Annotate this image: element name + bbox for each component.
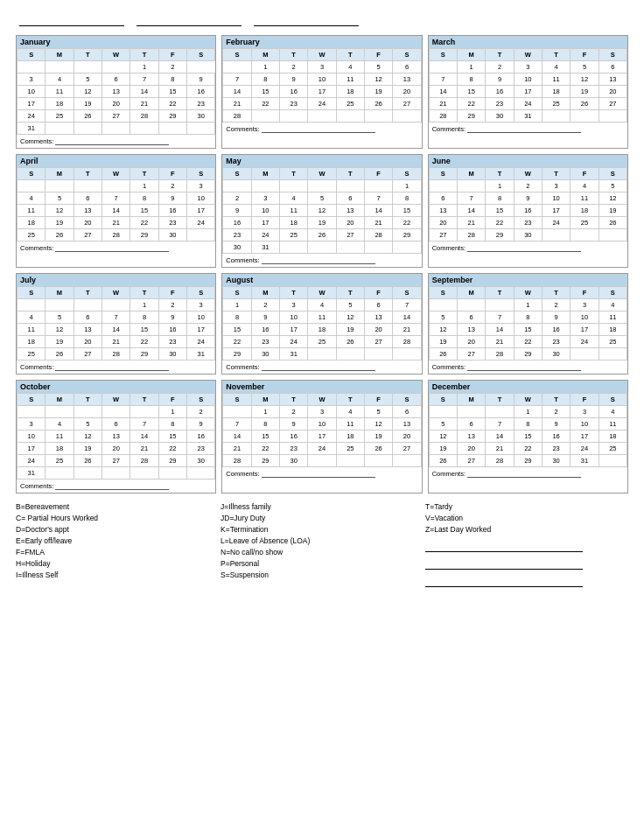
calendar-day[interactable]: 21 — [364, 217, 392, 229]
calendar-day[interactable]: 19 — [336, 324, 364, 336]
calendar-day[interactable]: 23 — [279, 98, 307, 110]
name-input-line[interactable] — [19, 16, 124, 26]
calendar-day[interactable]: 23 — [542, 443, 570, 455]
calendar-day[interactable]: 30 — [514, 229, 542, 242]
calendar-day[interactable]: 18 — [336, 430, 364, 443]
calendar-day[interactable]: 26 — [570, 98, 598, 110]
calendar-day[interactable]: 4 — [46, 418, 74, 430]
calendar-day[interactable]: 4 — [570, 180, 598, 192]
calendar-day[interactable]: 1 — [158, 406, 186, 418]
calendar-day[interactable]: 4 — [308, 299, 336, 312]
calendar-day[interactable]: 3 — [542, 180, 570, 192]
calendar-day[interactable]: 18 — [46, 443, 74, 455]
calendar-day[interactable]: 22 — [223, 336, 251, 348]
calendar-day[interactable]: 22 — [514, 443, 542, 455]
calendar-day[interactable]: 29 — [130, 229, 158, 242]
calendar-day[interactable]: 5 — [74, 74, 102, 86]
calendar-day[interactable]: 13 — [598, 74, 626, 86]
calendar-day[interactable]: 23 — [223, 229, 251, 242]
calendar-day[interactable]: 6 — [102, 418, 130, 430]
calendar-day[interactable]: 3 — [18, 74, 46, 86]
calendar-day[interactable]: 19 — [74, 98, 102, 110]
calendar-day[interactable]: 21 — [130, 98, 158, 110]
calendar-day[interactable]: 2 — [186, 406, 214, 418]
calendar-day[interactable]: 21 — [486, 443, 514, 455]
calendar-day[interactable]: 2 — [158, 61, 186, 74]
calendar-day[interactable]: 26 — [46, 348, 74, 360]
calendar-day[interactable]: 7 — [393, 299, 421, 312]
calendar-day[interactable]: 15 — [514, 324, 542, 336]
position-input-line[interactable] — [136, 16, 242, 26]
calendar-day[interactable]: 16 — [223, 217, 251, 229]
calendar-day[interactable]: 24 — [570, 336, 598, 348]
calendar-day[interactable]: 3 — [308, 406, 336, 418]
calendar-day[interactable]: 15 — [514, 430, 542, 443]
calendar-day[interactable]: 19 — [364, 430, 392, 443]
calendar-day[interactable]: 19 — [570, 86, 598, 98]
calendar-day[interactable]: 25 — [336, 443, 364, 455]
calendar-day[interactable]: 5 — [74, 418, 102, 430]
calendar-day[interactable]: 22 — [514, 336, 542, 348]
calendar-day[interactable]: 16 — [279, 86, 307, 98]
calendar-day[interactable]: 18 — [570, 205, 598, 217]
calendar-day[interactable]: 3 — [308, 61, 336, 74]
calendar-day[interactable]: 21 — [429, 98, 457, 110]
calendar-day[interactable]: 4 — [18, 192, 46, 205]
calendar-day[interactable]: 19 — [598, 205, 626, 217]
calendar-day[interactable]: 28 — [429, 110, 457, 122]
calendar-day[interactable]: 26 — [429, 455, 457, 467]
calendar-day[interactable]: 30 — [186, 110, 214, 122]
calendar-day[interactable]: 27 — [598, 98, 626, 110]
calendar-day[interactable]: 9 — [186, 418, 214, 430]
calendar-day[interactable]: 21 — [393, 324, 421, 336]
comments-line[interactable] — [467, 243, 581, 252]
calendar-day[interactable]: 6 — [393, 61, 421, 74]
calendar-day[interactable]: 14 — [130, 430, 158, 443]
calendar-day[interactable]: 11 — [570, 192, 598, 205]
calendar-day[interactable]: 31 — [18, 467, 46, 480]
calendar-day[interactable]: 17 — [186, 205, 214, 217]
signature-line[interactable] — [425, 542, 583, 552]
calendar-day[interactable]: 12 — [364, 418, 392, 430]
calendar-day[interactable]: 5 — [429, 418, 457, 430]
calendar-day[interactable]: 20 — [393, 86, 421, 98]
calendar-day[interactable]: 2 — [223, 192, 251, 205]
calendar-day[interactable]: 27 — [102, 110, 130, 122]
calendar-day[interactable]: 30 — [251, 348, 279, 360]
calendar-day[interactable]: 13 — [393, 74, 421, 86]
calendar-day[interactable]: 13 — [74, 205, 102, 217]
calendar-day[interactable]: 16 — [486, 86, 514, 98]
signature-line[interactable] — [425, 559, 583, 570]
calendar-day[interactable]: 29 — [486, 229, 514, 242]
calendar-day[interactable]: 25 — [598, 443, 626, 455]
calendar-day[interactable]: 3 — [279, 299, 307, 312]
calendar-day[interactable]: 21 — [102, 217, 130, 229]
calendar-day[interactable]: 26 — [429, 348, 457, 360]
calendar-day[interactable]: 9 — [542, 418, 570, 430]
calendar-day[interactable]: 26 — [336, 336, 364, 348]
calendar-day[interactable]: 17 — [308, 86, 336, 98]
calendar-day[interactable]: 6 — [102, 74, 130, 86]
calendar-day[interactable]: 21 — [223, 98, 251, 110]
calendar-day[interactable]: 14 — [486, 324, 514, 336]
calendar-day[interactable]: 31 — [251, 242, 279, 254]
calendar-day[interactable]: 24 — [251, 229, 279, 242]
calendar-day[interactable]: 10 — [308, 74, 336, 86]
calendar-day[interactable]: 9 — [542, 312, 570, 324]
calendar-day[interactable]: 13 — [74, 324, 102, 336]
calendar-day[interactable]: 6 — [598, 61, 626, 74]
calendar-day[interactable]: 23 — [486, 98, 514, 110]
calendar-day[interactable]: 13 — [336, 205, 364, 217]
calendar-day[interactable]: 3 — [186, 180, 214, 192]
calendar-day[interactable]: 30 — [223, 242, 251, 254]
calendar-day[interactable]: 14 — [102, 205, 130, 217]
calendar-day[interactable]: 8 — [158, 74, 186, 86]
calendar-day[interactable]: 23 — [542, 336, 570, 348]
calendar-day[interactable]: 26 — [46, 229, 74, 242]
calendar-day[interactable]: 10 — [18, 430, 46, 443]
calendar-day[interactable]: 7 — [102, 192, 130, 205]
calendar-day[interactable]: 25 — [542, 98, 570, 110]
calendar-day[interactable]: 23 — [158, 217, 186, 229]
calendar-day[interactable]: 23 — [279, 443, 307, 455]
calendar-day[interactable]: 3 — [18, 418, 46, 430]
